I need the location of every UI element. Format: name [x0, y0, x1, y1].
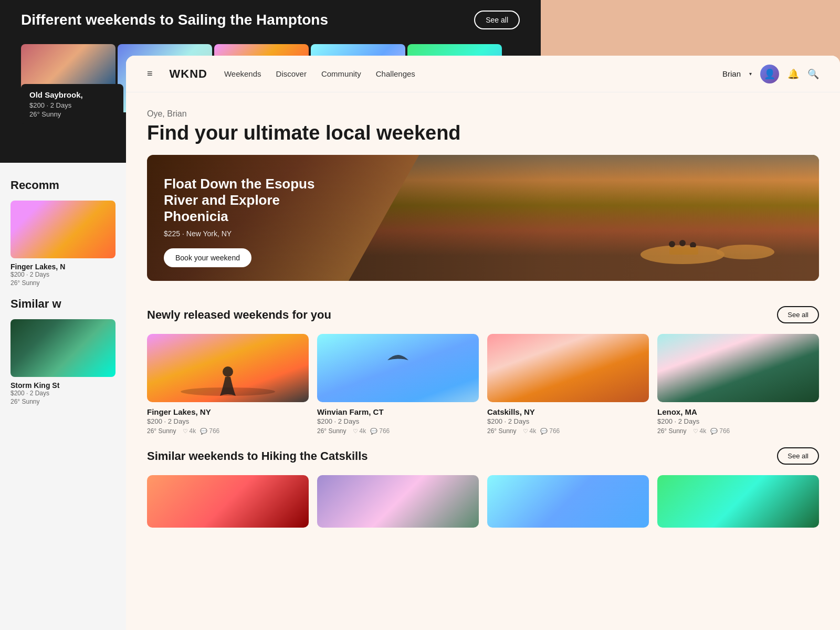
card-finger-lakes-image — [147, 334, 309, 402]
comment-icon: 💬 — [200, 428, 207, 435]
similar-weekends-header: Similar weekends to Hiking the Catskills… — [147, 447, 819, 465]
sidebar: Recomm Finger Lakes, N $200 · 2 Days 26°… — [0, 168, 142, 416]
navbar-left: ≡ WKND Weekends Discover Community Chall… — [147, 67, 415, 81]
card-catskills-price: $200 · 2 Days — [487, 417, 649, 425]
sidebar-storm-king-title: Storm King St — [10, 381, 142, 390]
sidebar-storm-king-weather: 26° Sunny — [10, 398, 142, 405]
user-dropdown-chevron[interactable]: ▾ — [749, 71, 752, 77]
card-finger-lakes-weather: 26° Sunny — [147, 427, 176, 435]
sidebar-finger-lakes-image — [10, 201, 116, 258]
newly-released-see-all-button[interactable]: See all — [777, 306, 819, 323]
card-lenox[interactable]: Lenox, MA $200 · 2 Days 26° Sunny ♡ 4k 💬… — [657, 334, 819, 435]
card-lenox-meta: 26° Sunny ♡ 4k 💬 766 — [657, 427, 819, 435]
newly-released-section: Newly released weekends for you See all … — [126, 293, 840, 447]
similar-weekends-title: Similar weekends to Hiking the Catskills — [147, 449, 368, 463]
card-winvian-image — [317, 334, 479, 402]
nav-logo[interactable]: WKND — [170, 67, 207, 81]
comment-icon: 💬 — [540, 428, 548, 435]
sidebar-finger-lakes-weather: 26° Sunny — [10, 279, 142, 287]
left-card-title: Old Saybrook, — [29, 90, 115, 99]
card-finger-lakes-meta: 26° Sunny ♡ 4k 💬 766 — [147, 427, 309, 435]
bg-see-all-button[interactable]: See all — [474, 10, 520, 29]
card-lenox-price: $200 · 2 Days — [657, 417, 819, 425]
nav-discover[interactable]: Discover — [276, 69, 307, 78]
nav-community[interactable]: Community — [321, 69, 361, 78]
newly-released-header: Newly released weekends for you See all — [147, 306, 819, 323]
bg-top-header: Different weekends to Sailing the Hampto… — [0, 0, 541, 40]
heart-icon: ♡ — [523, 428, 528, 435]
notification-bell-icon[interactable]: 🔔 — [788, 68, 799, 80]
hero-title: Find your ultimate local weekend — [147, 122, 819, 144]
card-winvian-likes: ♡ 4k — [353, 427, 366, 435]
similar-card-1[interactable] — [147, 475, 309, 528]
svg-rect-9 — [345, 334, 450, 402]
card-finger-lakes-stats: ♡ 4k 💬 766 — [183, 427, 220, 435]
card-catskills-comments: 💬 766 — [540, 427, 560, 435]
comment-icon: 💬 — [370, 428, 377, 435]
heart-icon: ♡ — [353, 428, 358, 435]
surfer-silhouette — [147, 334, 309, 402]
hero-section: Oye, Brian Find your ultimate local week… — [126, 92, 840, 293]
comment-icon: 💬 — [710, 428, 718, 435]
card-winvian-location: Winvian Farm, CT — [317, 407, 479, 416]
card-catskills-likes: ♡ 4k — [523, 427, 537, 435]
card-lenox-image — [657, 334, 819, 402]
card-winvian-price: $200 · 2 Days — [317, 417, 479, 425]
nav-weekends[interactable]: Weekends — [224, 69, 261, 78]
card-catskills-meta: 26° Sunny ♡ 4k 💬 766 — [487, 427, 649, 435]
sidebar-finger-lakes-card[interactable]: Finger Lakes, N $200 · 2 Days 26° Sunny — [10, 201, 142, 287]
hero-banner: Float Down the Esopus River and Explore … — [147, 155, 819, 281]
sidebar-recommended-title: Recomm — [10, 178, 142, 192]
sidebar-storm-king-card[interactable]: Storm King St $200 · 2 Days 26° Sunny — [10, 319, 142, 405]
greeting-text: Oye, Brian — [147, 109, 819, 119]
heart-icon: ♡ — [693, 428, 698, 435]
nav-challenges[interactable]: Challenges — [376, 69, 415, 78]
bird-silhouette — [317, 334, 479, 402]
left-card-price: $200 · 2 Days — [29, 101, 115, 109]
hamburger-menu-icon[interactable]: ≡ — [147, 68, 153, 79]
svg-point-8 — [223, 366, 233, 377]
similar-weekends-grid — [147, 475, 819, 528]
card-catskills-weather: 26° Sunny — [487, 427, 517, 435]
card-winvian-meta: 26° Sunny ♡ 4k 💬 766 — [317, 427, 479, 435]
card-catskills-image — [487, 334, 649, 402]
card-catskills-stats: ♡ 4k 💬 766 — [523, 427, 560, 435]
search-icon[interactable]: 🔍 — [807, 68, 819, 80]
hero-banner-price: $225 · New York, NY — [164, 229, 332, 238]
sidebar-finger-lakes-price: $200 · 2 Days — [10, 271, 142, 278]
bg-top-title: Different weekends to Sailing the Hampto… — [21, 12, 328, 28]
similar-weekends-see-all-button[interactable]: See all — [777, 447, 819, 465]
card-catskills[interactable]: Catskills, NY $200 · 2 Days 26° Sunny ♡ … — [487, 334, 649, 435]
sidebar-storm-king-price: $200 · 2 Days — [10, 390, 142, 397]
avatar-icon: 👤 — [764, 68, 775, 80]
similar-card-2[interactable] — [317, 475, 479, 528]
sidebar-finger-lakes-title: Finger Lakes, N — [10, 262, 142, 271]
newly-released-title: Newly released weekends for you — [147, 308, 331, 322]
card-catskills-location: Catskills, NY — [487, 407, 649, 416]
card-winvian-stats: ♡ 4k 💬 766 — [353, 427, 390, 435]
hero-banner-title: Float Down the Esopus River and Explore … — [164, 176, 332, 225]
card-lenox-likes: ♡ 4k — [693, 427, 707, 435]
user-name[interactable]: Brian — [722, 69, 741, 78]
card-winvian[interactable]: Winvian Farm, CT $200 · 2 Days 26° Sunny… — [317, 334, 479, 435]
heart-icon: ♡ — [183, 428, 188, 435]
card-finger-lakes[interactable]: Finger Lakes, NY $200 · 2 Days 26° Sunny… — [147, 334, 309, 435]
card-winvian-weather: 26° Sunny — [317, 427, 346, 435]
main-content-card: ≡ WKND Weekends Discover Community Chall… — [126, 56, 840, 630]
card-lenox-comments: 💬 766 — [710, 427, 730, 435]
card-lenox-stats: ♡ 4k 💬 766 — [693, 427, 730, 435]
card-finger-lakes-location: Finger Lakes, NY — [147, 407, 309, 416]
navbar-right: Brian ▾ 👤 🔔 🔍 — [722, 65, 819, 83]
avatar[interactable]: 👤 — [760, 65, 779, 83]
main-scroll-area[interactable]: Oye, Brian Find your ultimate local week… — [126, 92, 840, 630]
card-winvian-comments: 💬 766 — [370, 427, 390, 435]
card-lenox-weather: 26° Sunny — [657, 427, 687, 435]
left-card-weather: 26° Sunny — [29, 110, 115, 118]
nav-links: Weekends Discover Community Challenges — [224, 69, 415, 78]
similar-weekends-section: Similar weekends to Hiking the Catskills… — [126, 447, 840, 540]
left-card: Old Saybrook, $200 · 2 Days 26° Sunny — [21, 84, 123, 124]
similar-card-3[interactable] — [487, 475, 649, 528]
hero-banner-content: Float Down the Esopus River and Explore … — [164, 176, 332, 267]
similar-card-4[interactable] — [657, 475, 819, 528]
book-weekend-button[interactable]: Book your weekend — [164, 248, 251, 267]
